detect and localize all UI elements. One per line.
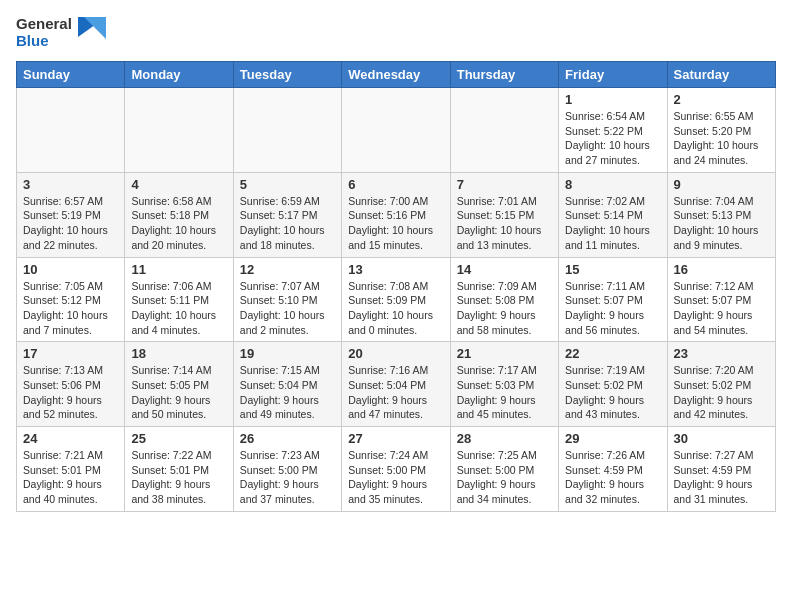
weekday-header: Saturday bbox=[667, 62, 775, 88]
calendar-cell: 19Sunrise: 7:15 AM Sunset: 5:04 PM Dayli… bbox=[233, 342, 341, 427]
day-number: 19 bbox=[240, 346, 335, 361]
day-info: Sunrise: 7:04 AM Sunset: 5:13 PM Dayligh… bbox=[674, 194, 769, 253]
day-number: 10 bbox=[23, 262, 118, 277]
day-number: 8 bbox=[565, 177, 660, 192]
day-info: Sunrise: 6:57 AM Sunset: 5:19 PM Dayligh… bbox=[23, 194, 118, 253]
calendar-week-row: 10Sunrise: 7:05 AM Sunset: 5:12 PM Dayli… bbox=[17, 257, 776, 342]
day-info: Sunrise: 7:22 AM Sunset: 5:01 PM Dayligh… bbox=[131, 448, 226, 507]
calendar-cell bbox=[125, 88, 233, 173]
calendar-cell: 12Sunrise: 7:07 AM Sunset: 5:10 PM Dayli… bbox=[233, 257, 341, 342]
calendar-cell: 1Sunrise: 6:54 AM Sunset: 5:22 PM Daylig… bbox=[559, 88, 667, 173]
day-number: 22 bbox=[565, 346, 660, 361]
day-number: 1 bbox=[565, 92, 660, 107]
calendar-cell: 13Sunrise: 7:08 AM Sunset: 5:09 PM Dayli… bbox=[342, 257, 450, 342]
calendar-cell: 15Sunrise: 7:11 AM Sunset: 5:07 PM Dayli… bbox=[559, 257, 667, 342]
calendar-cell: 22Sunrise: 7:19 AM Sunset: 5:02 PM Dayli… bbox=[559, 342, 667, 427]
calendar-week-row: 17Sunrise: 7:13 AM Sunset: 5:06 PM Dayli… bbox=[17, 342, 776, 427]
day-info: Sunrise: 7:27 AM Sunset: 4:59 PM Dayligh… bbox=[674, 448, 769, 507]
day-info: Sunrise: 7:17 AM Sunset: 5:03 PM Dayligh… bbox=[457, 363, 552, 422]
calendar-cell: 27Sunrise: 7:24 AM Sunset: 5:00 PM Dayli… bbox=[342, 427, 450, 512]
weekday-header: Thursday bbox=[450, 62, 558, 88]
day-number: 4 bbox=[131, 177, 226, 192]
calendar-cell: 14Sunrise: 7:09 AM Sunset: 5:08 PM Dayli… bbox=[450, 257, 558, 342]
day-info: Sunrise: 7:12 AM Sunset: 5:07 PM Dayligh… bbox=[674, 279, 769, 338]
day-info: Sunrise: 7:13 AM Sunset: 5:06 PM Dayligh… bbox=[23, 363, 118, 422]
calendar-cell: 8Sunrise: 7:02 AM Sunset: 5:14 PM Daylig… bbox=[559, 172, 667, 257]
day-info: Sunrise: 7:15 AM Sunset: 5:04 PM Dayligh… bbox=[240, 363, 335, 422]
calendar-cell: 16Sunrise: 7:12 AM Sunset: 5:07 PM Dayli… bbox=[667, 257, 775, 342]
calendar-table: SundayMondayTuesdayWednesdayThursdayFrid… bbox=[16, 61, 776, 512]
day-info: Sunrise: 7:02 AM Sunset: 5:14 PM Dayligh… bbox=[565, 194, 660, 253]
day-info: Sunrise: 7:14 AM Sunset: 5:05 PM Dayligh… bbox=[131, 363, 226, 422]
calendar-cell bbox=[17, 88, 125, 173]
day-info: Sunrise: 7:24 AM Sunset: 5:00 PM Dayligh… bbox=[348, 448, 443, 507]
day-number: 9 bbox=[674, 177, 769, 192]
calendar-cell: 9Sunrise: 7:04 AM Sunset: 5:13 PM Daylig… bbox=[667, 172, 775, 257]
calendar-cell bbox=[342, 88, 450, 173]
day-info: Sunrise: 7:21 AM Sunset: 5:01 PM Dayligh… bbox=[23, 448, 118, 507]
day-number: 5 bbox=[240, 177, 335, 192]
calendar-cell: 4Sunrise: 6:58 AM Sunset: 5:18 PM Daylig… bbox=[125, 172, 233, 257]
day-number: 30 bbox=[674, 431, 769, 446]
day-number: 26 bbox=[240, 431, 335, 446]
day-number: 7 bbox=[457, 177, 552, 192]
page-header: General Blue bbox=[16, 16, 776, 49]
calendar-cell bbox=[450, 88, 558, 173]
calendar-cell: 11Sunrise: 7:06 AM Sunset: 5:11 PM Dayli… bbox=[125, 257, 233, 342]
calendar-cell: 25Sunrise: 7:22 AM Sunset: 5:01 PM Dayli… bbox=[125, 427, 233, 512]
weekday-header: Tuesday bbox=[233, 62, 341, 88]
calendar-cell: 5Sunrise: 6:59 AM Sunset: 5:17 PM Daylig… bbox=[233, 172, 341, 257]
calendar-cell: 21Sunrise: 7:17 AM Sunset: 5:03 PM Dayli… bbox=[450, 342, 558, 427]
weekday-header: Wednesday bbox=[342, 62, 450, 88]
day-number: 21 bbox=[457, 346, 552, 361]
calendar-cell: 7Sunrise: 7:01 AM Sunset: 5:15 PM Daylig… bbox=[450, 172, 558, 257]
calendar-cell: 17Sunrise: 7:13 AM Sunset: 5:06 PM Dayli… bbox=[17, 342, 125, 427]
day-number: 12 bbox=[240, 262, 335, 277]
day-number: 24 bbox=[23, 431, 118, 446]
calendar-cell: 2Sunrise: 6:55 AM Sunset: 5:20 PM Daylig… bbox=[667, 88, 775, 173]
day-number: 20 bbox=[348, 346, 443, 361]
calendar-cell: 29Sunrise: 7:26 AM Sunset: 4:59 PM Dayli… bbox=[559, 427, 667, 512]
calendar-cell: 18Sunrise: 7:14 AM Sunset: 5:05 PM Dayli… bbox=[125, 342, 233, 427]
day-number: 15 bbox=[565, 262, 660, 277]
day-info: Sunrise: 7:19 AM Sunset: 5:02 PM Dayligh… bbox=[565, 363, 660, 422]
day-info: Sunrise: 7:00 AM Sunset: 5:16 PM Dayligh… bbox=[348, 194, 443, 253]
calendar-cell: 24Sunrise: 7:21 AM Sunset: 5:01 PM Dayli… bbox=[17, 427, 125, 512]
day-info: Sunrise: 7:01 AM Sunset: 5:15 PM Dayligh… bbox=[457, 194, 552, 253]
day-info: Sunrise: 7:07 AM Sunset: 5:10 PM Dayligh… bbox=[240, 279, 335, 338]
weekday-header: Monday bbox=[125, 62, 233, 88]
weekday-header: Sunday bbox=[17, 62, 125, 88]
day-number: 16 bbox=[674, 262, 769, 277]
day-number: 18 bbox=[131, 346, 226, 361]
calendar-cell bbox=[233, 88, 341, 173]
day-number: 6 bbox=[348, 177, 443, 192]
calendar-cell: 28Sunrise: 7:25 AM Sunset: 5:00 PM Dayli… bbox=[450, 427, 558, 512]
day-number: 28 bbox=[457, 431, 552, 446]
day-info: Sunrise: 7:06 AM Sunset: 5:11 PM Dayligh… bbox=[131, 279, 226, 338]
day-number: 17 bbox=[23, 346, 118, 361]
day-info: Sunrise: 7:11 AM Sunset: 5:07 PM Dayligh… bbox=[565, 279, 660, 338]
logo-text: General Blue bbox=[16, 16, 72, 49]
day-number: 13 bbox=[348, 262, 443, 277]
logo: General Blue bbox=[16, 16, 106, 49]
day-number: 29 bbox=[565, 431, 660, 446]
day-info: Sunrise: 6:59 AM Sunset: 5:17 PM Dayligh… bbox=[240, 194, 335, 253]
calendar-week-row: 3Sunrise: 6:57 AM Sunset: 5:19 PM Daylig… bbox=[17, 172, 776, 257]
day-number: 3 bbox=[23, 177, 118, 192]
calendar-cell: 30Sunrise: 7:27 AM Sunset: 4:59 PM Dayli… bbox=[667, 427, 775, 512]
day-info: Sunrise: 6:58 AM Sunset: 5:18 PM Dayligh… bbox=[131, 194, 226, 253]
day-number: 27 bbox=[348, 431, 443, 446]
day-info: Sunrise: 7:20 AM Sunset: 5:02 PM Dayligh… bbox=[674, 363, 769, 422]
day-number: 25 bbox=[131, 431, 226, 446]
logo-blue: Blue bbox=[16, 33, 72, 50]
day-info: Sunrise: 7:23 AM Sunset: 5:00 PM Dayligh… bbox=[240, 448, 335, 507]
day-info: Sunrise: 7:25 AM Sunset: 5:00 PM Dayligh… bbox=[457, 448, 552, 507]
day-info: Sunrise: 7:16 AM Sunset: 5:04 PM Dayligh… bbox=[348, 363, 443, 422]
calendar-week-row: 24Sunrise: 7:21 AM Sunset: 5:01 PM Dayli… bbox=[17, 427, 776, 512]
weekday-header: Friday bbox=[559, 62, 667, 88]
day-number: 11 bbox=[131, 262, 226, 277]
calendar-cell: 10Sunrise: 7:05 AM Sunset: 5:12 PM Dayli… bbox=[17, 257, 125, 342]
calendar-cell: 3Sunrise: 6:57 AM Sunset: 5:19 PM Daylig… bbox=[17, 172, 125, 257]
logo-general: General bbox=[16, 16, 72, 33]
calendar-header-row: SundayMondayTuesdayWednesdayThursdayFrid… bbox=[17, 62, 776, 88]
